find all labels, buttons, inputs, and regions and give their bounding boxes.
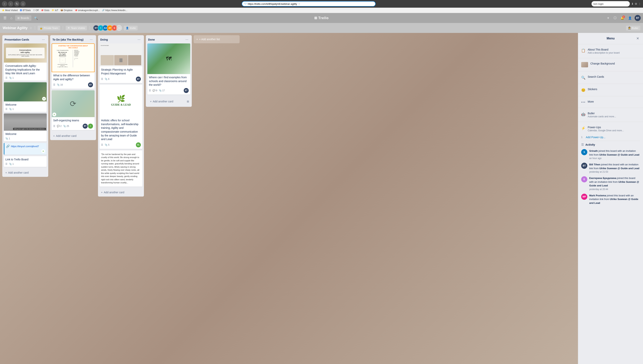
- address-bar[interactable]: 🛡 https://trello.com/b/B5qwkjmE/webinar-…: [242, 1, 376, 6]
- checklist-icon-tl: ☰: [5, 163, 8, 165]
- activity-avatar-ekaterina: Е: [581, 176, 587, 182]
- card-poem[interactable]: "Do not be hardened by the pain and crue…: [100, 150, 142, 186]
- stickers-title: Stickers: [588, 88, 640, 91]
- card-footer-self-org: ☰ 💬 2 📎 25 BT I: [53, 124, 93, 128]
- boards-button[interactable]: ⊞ Boards: [15, 15, 32, 21]
- card-strategic[interactable]: Incremental Strategic Planning vs Agile …: [100, 44, 142, 83]
- menu-item-powerups[interactable]: ⚡ Power-Ups Calendar, Google Drive and m…: [581, 124, 640, 134]
- home-button-trello[interactable]: ⌂: [9, 15, 14, 21]
- card-examples[interactable]: 🗺 Where can I find examples from schools…: [147, 44, 190, 94]
- card-guide-lead[interactable]: 🌿 GUIDE & LEAD Holistic offers for schoo…: [100, 84, 142, 149]
- notifications-button[interactable]: 🔔 1: [619, 15, 626, 21]
- add-card-button-doing[interactable]: + Add another card: [100, 190, 142, 195]
- bookmark-iot[interactable]: 📁 IoT: [52, 9, 58, 12]
- add-list-button[interactable]: + + Add another list: [194, 35, 240, 43]
- card-url-content: 🔗 https://tinyurl.com/qltvvd7: [6, 144, 45, 148]
- menu-item-search[interactable]: 🔍 Search Cards: [581, 73, 640, 82]
- download-icon[interactable]: ⬇: [631, 2, 634, 5]
- card-cover-text: Conversationswith Agility. EXPLORING IMP…: [6, 48, 44, 58]
- private-team-label: Private Team: [44, 26, 58, 30]
- add-card-button-presentation[interactable]: + Add another card: [4, 170, 47, 175]
- add-powerup-item[interactable]: 1 Add Power-Up...: [581, 134, 640, 141]
- cell3: [128, 55, 141, 65]
- badge-paperclip-w2: 📎 1: [5, 137, 10, 140]
- activity-item-bill: BT Bill Tihen joined this board with an …: [581, 163, 640, 173]
- paperclip-icon-w2: 📎: [5, 137, 8, 140]
- home-button[interactable]: ⌂: [20, 1, 26, 6]
- badge-checklist-tl: ☰: [5, 163, 8, 165]
- cover-logo: G: [42, 97, 46, 101]
- global-search-button[interactable]: 🔍: [33, 15, 39, 21]
- butler-button[interactable]: 🤵 Butler: [626, 26, 640, 30]
- list-menu-button-doing[interactable]: ···: [136, 37, 142, 42]
- menu-dots-icon[interactable]: ⋮: [638, 2, 641, 5]
- profile-button[interactable]: 👤: [627, 15, 633, 21]
- list-menu-button-todo[interactable]: ···: [88, 37, 94, 42]
- card-template-button[interactable]: ⊞: [187, 100, 189, 103]
- card-badges-welcome2: 📎 1: [5, 137, 10, 140]
- url-card-logo: G: [41, 149, 45, 153]
- bookmark-icon[interactable]: ☆: [298, 2, 300, 5]
- list-menu-button-presentation[interactable]: ···: [41, 37, 46, 42]
- extensions-icon[interactable]: ⚙: [635, 2, 637, 5]
- private-team-button[interactable]: 🔒 Private Team: [38, 26, 60, 30]
- invite-button[interactable]: 👤 Invite: [124, 26, 138, 30]
- back-button[interactable]: ‹: [2, 1, 7, 6]
- search-bar[interactable]: tom login →: [592, 1, 630, 6]
- refresh-button[interactable]: ↻: [14, 1, 20, 6]
- poem-text: "Do not be hardened by the pain and crue…: [101, 152, 141, 185]
- search-arrow: →: [626, 2, 628, 5]
- activity-avatar-mark: MP: [581, 194, 587, 200]
- bookmark-btstats[interactable]: 🅖 BTStats: [20, 9, 31, 12]
- paperclip-icon-sp: 📎: [105, 78, 108, 80]
- add-list-label: + Add another list: [199, 38, 220, 41]
- card-footer-conversations: ☰ 📎 1: [5, 76, 45, 79]
- badge-checklist-ex: ☰: [149, 89, 151, 92]
- card-welcome2[interactable]: talking about agile is like dancing abou…: [4, 114, 47, 142]
- add-card-button-done[interactable]: + Add another card: [148, 99, 187, 104]
- list-menu-button-done[interactable]: ···: [184, 37, 190, 42]
- person-icon: 👤: [126, 26, 129, 30]
- bookmark-off[interactable]: ⬡ Off: [33, 9, 39, 12]
- menu-item-background[interactable]: Change Background: [581, 60, 640, 69]
- team-visible-button[interactable]: 👁 Team Visible: [66, 26, 87, 30]
- add-button[interactable]: +: [606, 15, 611, 21]
- bookmark-most-visited[interactable]: ⭐ Most Visited: [2, 9, 18, 12]
- forward-button[interactable]: ›: [8, 1, 14, 6]
- menu-item-about[interactable]: 📋 About This Board Add a description to …: [581, 46, 640, 56]
- menu-item-more[interactable]: ••• More: [581, 98, 640, 106]
- bookmark-gists[interactable]: 🐙 Gists: [41, 9, 49, 12]
- badge-comments-ex: 💬 9: [152, 89, 157, 92]
- activity-avatar-bill: BT: [581, 163, 587, 169]
- bookmark-linkedin[interactable]: 🔗 https://www.linkedin...: [102, 9, 127, 12]
- menu-title: Menu: [586, 37, 636, 40]
- card-cover-agile-diagram: STARTING THE CONVERSATION ABOUTBIG A AGI…: [52, 44, 94, 72]
- card-trello-link[interactable]: Link to Trello Board ☰ 📎 1: [4, 156, 47, 167]
- activity-time-bill: yesterday at 21:53: [589, 170, 640, 173]
- activity-avatar-srinath: S: [581, 149, 587, 155]
- activity-header: ☰ Activity: [581, 143, 640, 146]
- menu-item-butler[interactable]: 🤖 Butler Automate cards and more...: [581, 110, 640, 120]
- butler-label: Butler: [632, 26, 638, 30]
- diagram-body: THE FRAMEWORK We know asthe AgileManifes…: [53, 50, 93, 67]
- card-url[interactable]: 🔗 https://tinyurl.com/qltvvd7 G: [4, 143, 47, 155]
- add-card-button-todo[interactable]: + Add another card: [52, 133, 94, 138]
- card-welcome1[interactable]: G Welcome ☰ 📎 1: [4, 82, 47, 112]
- list-footer-doing: + Add another card: [98, 188, 144, 196]
- card-conversations[interactable]: Conversationswith Agility. EXPLORING IMP…: [4, 44, 47, 81]
- hamburger-button[interactable]: ☰: [2, 15, 8, 21]
- menu-item-stickers[interactable]: 😊 Stickers: [581, 86, 640, 94]
- diagram-divider: [73, 50, 73, 67]
- card-self-org[interactable]: ⟳ G Self-organizing teams ☰ 💬 2 📎 25 BT …: [52, 90, 94, 130]
- user-avatar[interactable]: BT: [634, 15, 641, 21]
- more-members-button[interactable]: +11: [116, 25, 122, 31]
- board-title[interactable]: Webinar Agility: [3, 26, 28, 30]
- notification-badge: 1: [622, 16, 625, 18]
- info-button[interactable]: ⓘ: [612, 15, 618, 21]
- menu-close-button[interactable]: ✕: [636, 36, 640, 41]
- bookmark-dropbox[interactable]: 📦 Dropbox: [60, 9, 72, 12]
- star-board-button[interactable]: ☆: [30, 26, 32, 30]
- bookmark-smakagon[interactable]: 🐙 smakagon/decoupli...: [75, 9, 100, 12]
- card-agile-diff[interactable]: STARTING THE CONVERSATION ABOUTBIG A AGI…: [52, 44, 94, 89]
- self-org-logo: G: [52, 112, 56, 116]
